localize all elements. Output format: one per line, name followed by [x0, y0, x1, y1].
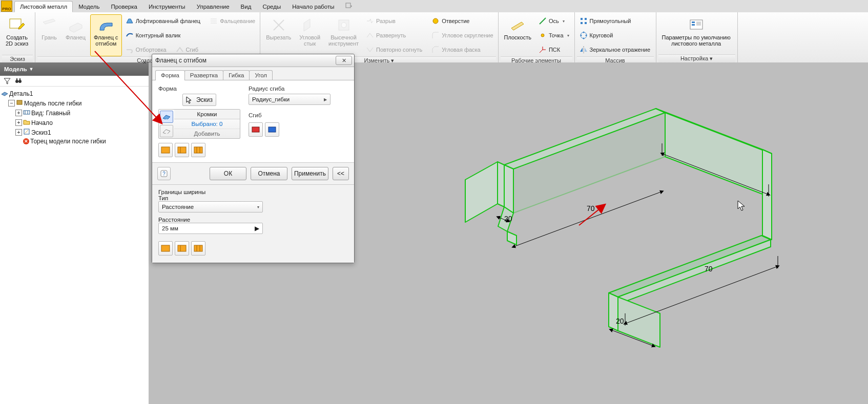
fold-dir-icon [267, 126, 277, 133]
ucs-button[interactable]: ПСК [536, 43, 563, 56]
rect-array-button[interactable]: Прямоугольный [577, 14, 634, 28]
edge-wire-icon [162, 129, 171, 134]
ext-opt-3-button[interactable] [191, 241, 205, 256]
menu-tab-view[interactable]: Вид [235, 1, 257, 12]
collapse-button[interactable]: << [333, 167, 349, 180]
unfold-button[interactable]: Развернуть [363, 29, 408, 42]
tree-node-end-of-folded[interactable]: ✕ Торец модели после гибки [15, 137, 148, 145]
contour-roll-button[interactable]: Контурный валик [123, 29, 183, 42]
profile-sketch-picker[interactable]: Эскиз [182, 94, 216, 106]
punch-button[interactable]: Высечной инструмент [325, 14, 362, 56]
face-label: Грань [42, 34, 56, 40]
svg-rect-21 [16, 78, 17, 80]
corner-round-button[interactable]: Угловое скругление [429, 29, 495, 42]
svg-point-13 [583, 38, 584, 39]
ok-button[interactable]: ОК [210, 167, 246, 180]
distance-input[interactable]: 25 мм ▶ [158, 223, 263, 234]
refold-label: Повторно согнуть [376, 47, 422, 53]
bend-radius-combo[interactable]: Радиус_гибки ▶ [249, 94, 330, 105]
new-sketch-button[interactable]: Создать 2D эскиз [2, 14, 32, 48]
svg-line-46 [579, 205, 605, 225]
help-icon: ? [160, 170, 168, 177]
menu-tab-start[interactable]: Начало работы [286, 1, 340, 12]
width-opt-2-button[interactable] [175, 143, 189, 157]
svg-point-3 [341, 23, 346, 28]
hole-button[interactable]: Отверстие [429, 14, 472, 28]
corner-round-label: Угловое скругление [442, 32, 493, 38]
refold-button[interactable]: Повторно согнуть [363, 43, 425, 56]
ext-opt-2-button[interactable] [175, 241, 189, 256]
edges-selected-label[interactable]: Выбрано: 0 [174, 119, 240, 129]
dialog-titlebar[interactable]: Фланец с отгибом ✕ [152, 54, 354, 67]
expand-toggle-icon[interactable]: − [8, 100, 15, 107]
folder-icon [23, 118, 30, 127]
flange-button[interactable]: Фланец [62, 14, 89, 56]
seam-button[interactable]: Фальцевание [207, 14, 258, 28]
plane-label: Плоскость [504, 34, 531, 40]
tab-corner[interactable]: Угол [249, 70, 273, 80]
chevron-right-icon: ▶ [255, 225, 259, 232]
menu-tab-sheetmetal[interactable]: Листовой металл [14, 1, 73, 12]
svg-point-12 [585, 35, 587, 36]
svg-rect-35 [161, 147, 170, 153]
menu-tab-tools[interactable]: Инструменты [143, 1, 191, 12]
group-label-setup: Настройка ▾ [658, 54, 735, 62]
width-type-combo[interactable]: Расстояние ▾ [158, 201, 263, 212]
help-button[interactable]: ? [157, 167, 171, 180]
axis-button[interactable]: Ось▾ [536, 14, 567, 28]
svg-text:?: ? [162, 171, 166, 177]
expand-toggle-icon[interactable]: + [15, 119, 22, 126]
edges-add-label[interactable]: Добавить [174, 129, 240, 138]
svg-rect-36 [178, 147, 186, 153]
circ-array-button[interactable]: Круговой [577, 29, 616, 42]
panel-title-label: Модель [4, 66, 27, 72]
corner-button[interactable]: Угловой стык [296, 14, 324, 56]
ext-opt-1-button[interactable] [158, 241, 173, 256]
punch-icon [336, 17, 352, 33]
corner-chamfer-button[interactable]: Угловая фаска [429, 43, 483, 56]
menubar-extra-dropdown[interactable] [345, 3, 353, 10]
binoculars-icon[interactable] [14, 77, 23, 85]
svg-rect-39 [268, 127, 276, 132]
svg-point-4 [433, 18, 438, 24]
rip-button[interactable]: Разрыв [363, 14, 398, 28]
filter-icon[interactable] [3, 77, 11, 85]
fold-dir-1-button[interactable] [249, 122, 263, 137]
tab-bend[interactable]: Гибка [223, 70, 250, 80]
menu-tab-inspect[interactable]: Проверка [105, 1, 143, 12]
tree-label: Начало [31, 119, 53, 126]
face-button[interactable]: Грань [37, 14, 61, 56]
loft-flange-button[interactable]: Лофтированный фланец [123, 14, 203, 28]
apply-button[interactable]: Применить [292, 167, 328, 180]
corner-icon [302, 17, 318, 33]
corner-chamfer-icon [431, 46, 440, 54]
sheetmetal-defaults-button[interactable]: Параметры по умолчанию листового металла [658, 14, 734, 48]
tab-unfold[interactable]: Развертка [184, 70, 223, 80]
chevron-right-icon: ▶ [324, 97, 327, 102]
fold-dir-2-button[interactable] [265, 122, 279, 137]
width-opt-3-button[interactable] [191, 143, 205, 157]
menu-tab-env[interactable]: Среды [257, 1, 286, 12]
face-icon [41, 17, 57, 33]
mirror-button[interactable]: Зеркальное отражение [577, 43, 653, 56]
tree-node-sketch1[interactable]: + Эскиз1 [15, 127, 148, 137]
point-button[interactable]: Точка▾ [536, 29, 572, 42]
width-opt-1-button[interactable] [158, 143, 173, 157]
plane-button[interactable]: Плоскость [501, 14, 535, 56]
bend-flange-label: Фланец с отгибом [94, 34, 118, 47]
punch-label: Высечной инструмент [328, 34, 359, 47]
dialog-close-button[interactable]: ✕ [336, 56, 352, 65]
width-type-label: Тип [158, 195, 348, 201]
annotation-arrow-icon [90, 46, 172, 128]
cancel-button[interactable]: Отмена [251, 167, 287, 180]
expand-toggle-icon[interactable]: + [15, 110, 22, 116]
menu-tab-model[interactable]: Модель [73, 1, 105, 12]
svg-rect-43 [178, 245, 186, 251]
ucs-label: ПСК [549, 47, 560, 53]
rip-label: Разрыв [376, 18, 396, 24]
menu-tab-manage[interactable]: Управление [191, 1, 235, 12]
cut-button[interactable]: Вырезать [262, 14, 295, 56]
expand-toggle-icon[interactable]: + [15, 129, 22, 136]
hole-icon [431, 17, 440, 25]
group-label-sketch: Эскиз [2, 55, 33, 62]
